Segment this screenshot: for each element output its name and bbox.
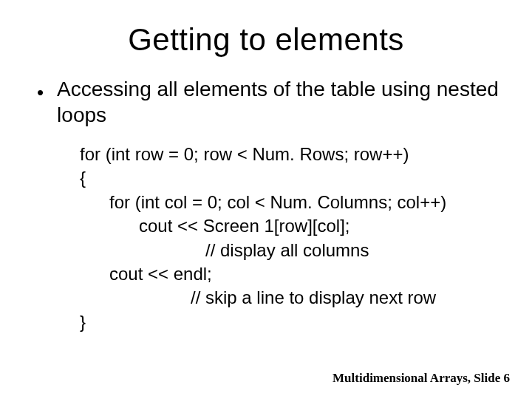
code-line: for (int col = 0; col < Num. Columns; co… [80,191,495,214]
bullet-marker: • [37,82,44,103]
code-line: { [80,166,495,190]
code-block: for (int row = 0; row < Num. Rows; row++… [30,143,502,334]
code-line: cout << Screen 1[row][col]; [80,214,495,238]
code-line: cout << endl; [80,262,495,286]
bullet-text: Accessing all elements of the table usin… [57,76,502,128]
bullet-item: • Accessing all elements of the table us… [30,76,502,128]
code-line: // skip a line to display next row [80,286,495,310]
code-line: } [80,310,495,334]
slide-footer: Multidimensional Arrays, Slide 6 [332,371,510,386]
code-line: // display all columns [80,239,495,262]
slide: Getting to elements • Accessing all elem… [0,0,532,399]
code-line: for (int row = 0; row < Num. Rows; row++… [80,143,495,166]
slide-title: Getting to elements [30,22,502,58]
